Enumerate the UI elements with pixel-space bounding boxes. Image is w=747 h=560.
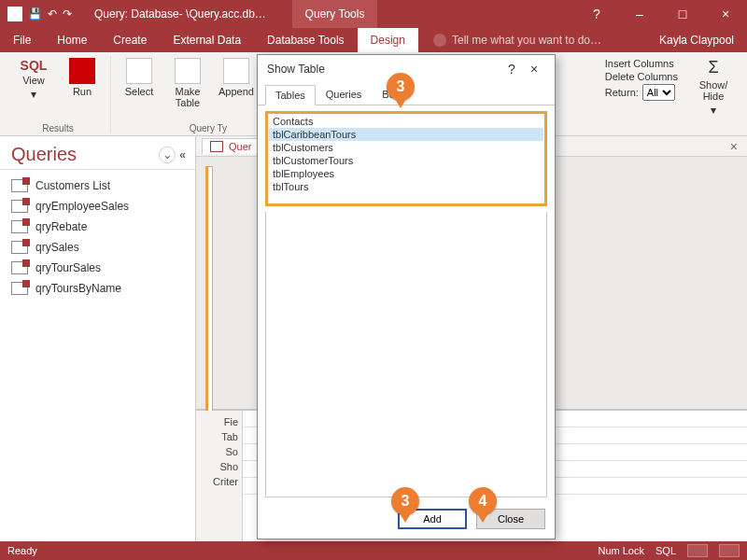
nav-dropdown-icon[interactable]: ⌄ xyxy=(159,147,176,163)
tab-design[interactable]: Design xyxy=(358,28,418,52)
table-placeholder[interactable] xyxy=(205,166,213,427)
list-item[interactable]: tblCustomerTours xyxy=(269,154,543,167)
nav-item-label: qryToursByName xyxy=(35,282,121,295)
insert-columns-button[interactable]: Insert Columns xyxy=(605,58,678,69)
status-ready: Ready xyxy=(7,545,37,556)
query-icon xyxy=(210,141,223,152)
make-table-icon xyxy=(175,58,201,84)
nav-item[interactable]: qryToursByName xyxy=(4,278,191,299)
query-icon xyxy=(11,179,28,192)
run-button[interactable]: Run xyxy=(62,56,103,97)
status-sql-view-button[interactable]: SQL xyxy=(655,545,676,556)
callout-badge: 3 xyxy=(387,73,415,101)
dialog-table-list[interactable]: Contacts tblCaribbeanTours tblCustomers … xyxy=(269,115,543,203)
group-results: SQL View ▾ Run Results xyxy=(6,56,111,133)
document-tab-label: Quer xyxy=(229,141,251,152)
append-button[interactable]: Append xyxy=(216,56,257,97)
append-icon xyxy=(223,58,249,84)
user-name[interactable]: Kayla Claypool xyxy=(646,28,747,52)
tab-file[interactable]: File xyxy=(0,28,44,52)
nav-item[interactable]: qryRebate xyxy=(4,217,191,237)
showhide-label: Show/ Hide xyxy=(699,79,728,102)
window-title: Query: Database- \Query.acc.db… xyxy=(79,0,292,28)
make-table-button[interactable]: Make Table xyxy=(167,56,208,108)
dialog-help-button[interactable]: ? xyxy=(500,62,523,77)
qat-save-icon[interactable]: 💾 xyxy=(28,7,42,21)
view-button-design[interactable] xyxy=(719,544,740,557)
close-button[interactable]: × xyxy=(704,0,747,28)
list-item[interactable]: tblTours xyxy=(269,180,543,193)
query-icon xyxy=(11,200,28,213)
help-button[interactable]: ? xyxy=(575,0,618,28)
dialog-title: Show Table xyxy=(267,63,325,76)
showhide-button[interactable]: Σ Show/ Hide ▾ xyxy=(693,56,734,117)
dialog-tab-queries[interactable]: Queries xyxy=(316,84,373,105)
navigation-pane: Queries ⌄ « Customers List qryEmployeeSa… xyxy=(0,136,196,541)
ribbon-tabs: File Home Create External Data Database … xyxy=(0,28,747,52)
list-item[interactable]: Contacts xyxy=(269,115,543,128)
grid-label-show: Sho xyxy=(200,461,238,472)
group-label-qtype: Query Ty xyxy=(190,121,227,133)
group-columns: Insert Columns Delete Columns Return: Al… xyxy=(598,56,685,133)
callout-badge: 3 xyxy=(391,487,419,515)
delete-columns-button[interactable]: Delete Columns xyxy=(605,71,678,82)
dialog-close-button[interactable]: × xyxy=(523,62,545,77)
qat-undo-icon[interactable]: ↶ xyxy=(48,7,57,21)
make-table-label: Make Table xyxy=(176,86,201,108)
grid-label-criteria: Criter xyxy=(200,476,238,487)
titlebar: 💾 ↶ ↷ Query: Database- \Query.acc.db… Qu… xyxy=(0,0,747,28)
query-icon xyxy=(11,282,28,295)
document-close-button[interactable]: × xyxy=(721,139,747,154)
group-showhide: Σ Show/ Hide ▾ xyxy=(685,56,741,133)
append-label: Append xyxy=(218,86,254,97)
nav-item[interactable]: qryTourSales xyxy=(4,258,191,278)
tell-me[interactable]: Tell me what you want to do… xyxy=(418,28,646,52)
tab-home[interactable]: Home xyxy=(44,28,100,52)
return-selector[interactable]: Return: All xyxy=(605,84,678,101)
show-table-dialog: Show Table ? × Tables Queries Both Conta… xyxy=(257,54,556,539)
chevron-down-icon: ▾ xyxy=(31,88,36,101)
document-tab[interactable]: Quer xyxy=(202,138,260,154)
nav-header[interactable]: Queries ⌄ « xyxy=(0,136,195,170)
grid-label-table: Tab xyxy=(200,431,238,442)
select-query-button[interactable]: Select xyxy=(119,56,160,97)
nav-title: Queries xyxy=(11,144,77,165)
return-dropdown[interactable]: All xyxy=(642,84,675,101)
bulb-icon xyxy=(433,34,446,47)
nav-list: Customers List qryEmployeeSales qryRebat… xyxy=(0,170,195,304)
minimize-button[interactable]: – xyxy=(618,0,661,28)
tab-create[interactable]: Create xyxy=(100,28,160,52)
view-button-datasheet[interactable] xyxy=(687,544,708,557)
list-item[interactable]: tblEmployees xyxy=(269,167,543,180)
nav-item-label: qryEmployeeSales xyxy=(35,200,129,213)
group-label-results: Results xyxy=(42,121,73,133)
nav-item[interactable]: qrySales xyxy=(4,237,191,258)
nav-item[interactable]: Customers List xyxy=(4,175,191,196)
callout-badge: 4 xyxy=(469,487,497,515)
list-item[interactable]: tblCustomers xyxy=(269,141,543,154)
nav-item[interactable]: qryEmployeeSales xyxy=(4,196,191,217)
status-numlock: Num Lock xyxy=(598,545,644,556)
qat: 💾 ↶ ↷ xyxy=(0,0,79,28)
dialog-body xyxy=(265,212,547,497)
view-button[interactable]: SQL View ▾ xyxy=(13,56,54,101)
maximize-button[interactable]: □ xyxy=(661,0,704,28)
nav-item-label: qrySales xyxy=(35,241,79,254)
dialog-list-highlight: Contacts tblCaribbeanTours tblCustomers … xyxy=(265,111,547,206)
nav-item-label: qryRebate xyxy=(35,220,87,233)
nav-collapse-icon[interactable]: « xyxy=(179,148,186,161)
query-icon xyxy=(11,241,28,254)
contextual-tab-label: Query Tools xyxy=(292,0,378,28)
dialog-tab-tables[interactable]: Tables xyxy=(265,85,316,105)
status-bar: Ready Num Lock SQL xyxy=(0,541,747,560)
tab-external-data[interactable]: External Data xyxy=(160,28,254,52)
return-label: Return: xyxy=(605,87,639,98)
query-icon xyxy=(11,220,28,233)
qat-redo-icon[interactable]: ↷ xyxy=(63,7,72,21)
tab-database-tools[interactable]: Database Tools xyxy=(254,28,358,52)
list-item[interactable]: tblCaribbeanTours xyxy=(269,128,543,141)
query-icon xyxy=(11,261,28,274)
chevron-down-icon: ▾ xyxy=(711,104,716,117)
run-label: Run xyxy=(73,86,92,97)
tell-me-label: Tell me what you want to do… xyxy=(452,34,601,47)
